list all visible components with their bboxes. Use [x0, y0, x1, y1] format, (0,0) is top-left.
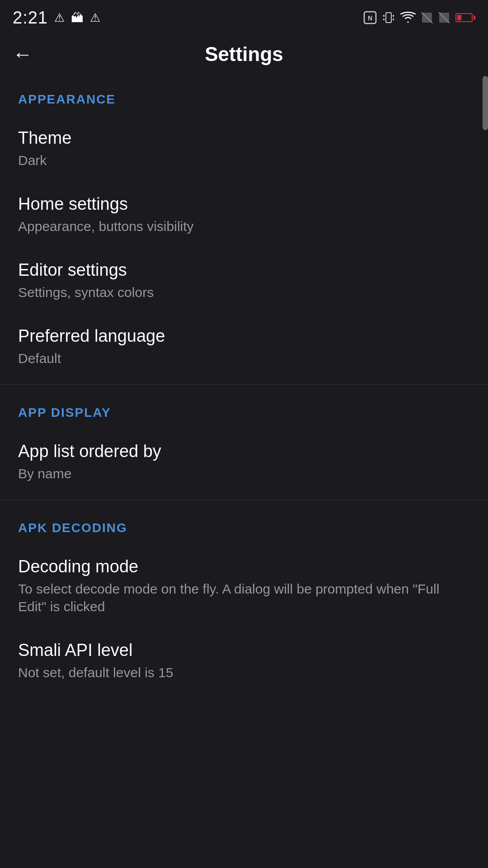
settings-item-app-list-title: App list ordered by: [18, 442, 470, 461]
section-apk-decoding: APK DECODING Decoding mode To select dec…: [0, 505, 488, 694]
settings-item-theme-title: Theme: [18, 128, 470, 148]
section-header-appearance: APPEARANCE: [0, 76, 488, 116]
image-icon: 🏔: [71, 10, 84, 25]
status-bar: 2:21 ⚠ 🏔 ⚠ N: [0, 0, 488, 33]
svg-rect-5: [393, 15, 394, 17]
status-left: 2:21 ⚠ 🏔 ⚠: [13, 8, 100, 28]
settings-item-smali-subtitle: Not set, default level is 15: [18, 664, 470, 681]
section-header-apk-decoding: APK DECODING: [0, 505, 488, 544]
warning-icon-1: ⚠: [54, 11, 65, 25]
svg-rect-3: [383, 15, 385, 17]
settings-item-home-settings[interactable]: Home settings Appearance, buttons visibi…: [0, 182, 488, 248]
svg-rect-2: [386, 13, 391, 23]
settings-item-app-list-order[interactable]: App list ordered by By name: [0, 429, 488, 495]
battery-icon: [455, 13, 475, 22]
wifi-icon: [400, 11, 416, 24]
settings-item-editor-title: Editor settings: [18, 260, 470, 280]
settings-item-theme[interactable]: Theme Dark: [0, 116, 488, 182]
settings-item-decoding-mode[interactable]: Decoding mode To select decode mode on t…: [0, 544, 488, 628]
svg-rect-4: [383, 19, 385, 20]
svg-text:N: N: [368, 14, 372, 22]
settings-item-decoding-subtitle: To select decode mode on the fly. A dial…: [18, 580, 470, 615]
settings-item-decoding-title: Decoding mode: [18, 557, 470, 576]
settings-item-home-subtitle: Appearance, buttons visibility: [18, 217, 470, 235]
svg-rect-6: [393, 19, 394, 20]
back-arrow-icon: ←: [13, 44, 33, 64]
page-title: Settings: [42, 43, 446, 66]
signal-icon-1: [421, 12, 433, 24]
settings-item-smali-title: Smali API level: [18, 641, 470, 660]
settings-item-preferred-language[interactable]: Preferred language Default: [0, 314, 488, 380]
settings-item-app-list-subtitle: By name: [18, 465, 470, 482]
vibrate-icon: [382, 11, 395, 24]
settings-content: APPEARANCE Theme Dark Home settings Appe…: [0, 76, 488, 694]
settings-item-home-title: Home settings: [18, 194, 470, 214]
status-right: N: [363, 11, 475, 24]
divider-1: [0, 384, 488, 385]
nfc-icon: N: [363, 11, 377, 24]
settings-item-editor-settings[interactable]: Editor settings Settings, syntax colors: [0, 248, 488, 314]
settings-item-smali-api[interactable]: Smali API level Not set, default level i…: [0, 628, 488, 694]
settings-item-language-subtitle: Default: [18, 349, 470, 367]
settings-item-theme-subtitle: Dark: [18, 151, 470, 169]
divider-2: [0, 500, 488, 500]
section-app-display: APP DISPLAY App list ordered by By name: [0, 389, 488, 495]
section-appearance: APPEARANCE Theme Dark Home settings Appe…: [0, 76, 488, 380]
back-button[interactable]: ←: [13, 40, 42, 69]
settings-item-editor-subtitle: Settings, syntax colors: [18, 283, 470, 301]
signal-icon-2: [438, 12, 450, 24]
section-header-app-display: APP DISPLAY: [0, 389, 488, 429]
settings-item-language-title: Preferred language: [18, 326, 470, 346]
toolbar: ← Settings: [0, 33, 488, 76]
status-time: 2:21: [13, 8, 48, 28]
warning-icon-2: ⚠: [90, 11, 100, 25]
